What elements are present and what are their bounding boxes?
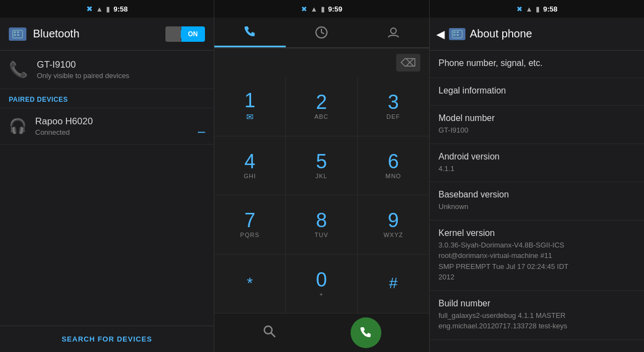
bluetooth-panel: ✖ ▲ ▮ 9:58 Bluetooth ON 📞 GT-I9100 [0, 0, 214, 352]
about-row-build: Build number full_galaxys2-userdebug 4.1… [430, 291, 644, 340]
dial-key-0[interactable]: 0 + [286, 255, 357, 314]
dial-number-8: 8 [316, 211, 327, 230]
dial-key-3[interactable]: 3 DEF [358, 77, 429, 136]
device-info: 📞 GT-I9100 Only visible to paired device… [0, 51, 214, 89]
model-value: GT-I9100 [438, 125, 635, 136]
tab-recent[interactable] [286, 18, 357, 47]
search-contacts-icon[interactable] [262, 324, 276, 342]
paired-device-settings-icon[interactable]: ⎯ [198, 119, 205, 134]
dial-letters-4: GHI [243, 173, 256, 179]
about-row-kernel: Kernel version 3.0.36-Siyah-Dorimanx-V4.… [430, 221, 644, 291]
dial-key-hash[interactable]: # [358, 255, 429, 314]
dialer-display: ⌫ [214, 48, 429, 77]
dial-letters-6: MNO [385, 173, 401, 179]
about-panel: ✖ ▲ ▮ 9:58 ◀ About phone Phone number, s… [430, 0, 644, 352]
about-row-model: Model number GT-I9100 [430, 106, 644, 144]
dialpad: 1 ✉ 2 ABC 3 DEF 4 GHI 5 JKL 6 MNO 7 PQRS… [214, 77, 429, 314]
paired-device-item[interactable]: 🎧 Rapoo H6020 Connected ⎯ [0, 108, 214, 145]
dialer-signal-icon: ▲ [310, 5, 318, 13]
status-time-about: 9:58 [543, 5, 557, 13]
dial-key-6[interactable]: 6 MNO [358, 136, 429, 196]
svg-rect-11 [453, 34, 456, 36]
svg-rect-10 [453, 31, 456, 33]
search-devices-button[interactable]: SEARCH FOR DEVICES [0, 326, 214, 352]
bluetooth-status-icon: ✖ [86, 4, 93, 13]
tab-dialer[interactable] [214, 18, 286, 47]
model-title: Model number [438, 113, 635, 123]
about-battery-icon: ▮ [536, 5, 540, 13]
dial-number-star: * [247, 276, 253, 291]
about-row-baseband: Baseband version Unknown [430, 182, 644, 221]
build-value: full_galaxys2-userdebug 4.1.1 MASTER eng… [438, 310, 635, 332]
dial-letters-7: PQRS [240, 232, 259, 238]
bluetooth-header: Bluetooth ON [0, 18, 214, 51]
baseband-title: Baseband version [438, 190, 635, 200]
build-title: Build number [438, 299, 635, 309]
phone-signal-title: Phone number, signal, etc. [438, 58, 635, 68]
paired-device-details: Rapoo H6020 Connected [35, 116, 189, 136]
dial-number-hash: # [389, 276, 398, 291]
toggle-off-area [165, 26, 181, 42]
about-content: Phone number, signal, etc. Legal informa… [430, 51, 644, 352]
back-button[interactable]: ◀ [436, 28, 445, 41]
dial-key-8[interactable]: 8 TUV [286, 195, 357, 255]
dial-number-5: 5 [316, 152, 327, 172]
battery-icon: ▮ [106, 5, 110, 13]
dial-key-1[interactable]: 1 ✉ [214, 77, 286, 136]
headphone-icon: 🎧 [9, 118, 26, 135]
dial-key-4[interactable]: 4 GHI [214, 136, 286, 196]
about-header: ◀ About phone [430, 18, 644, 51]
dial-key-5[interactable]: 5 JKL [286, 136, 357, 196]
dialer-battery-icon: ▮ [321, 5, 325, 13]
svg-line-8 [271, 333, 275, 337]
dial-letters-0: + [319, 291, 323, 298]
about-header-icon [449, 28, 465, 40]
status-bar-dialer: ✖ ▲ ▮ 9:59 [214, 0, 429, 18]
paired-device-status: Connected [35, 128, 189, 136]
dial-letters-2: ABC [314, 113, 329, 120]
toggle-on-label: ON [181, 30, 205, 38]
dial-letters-3: DEF [386, 113, 400, 120]
svg-rect-3 [17, 31, 19, 33]
dial-key-2[interactable]: 2 ABC [286, 77, 357, 136]
bluetooth-toggle[interactable]: ON [165, 26, 205, 42]
baseband-value: Unknown [438, 201, 635, 212]
dial-letters-1: ✉ [246, 112, 254, 122]
svg-rect-12 [457, 31, 459, 33]
dial-key-star[interactable]: * [214, 255, 286, 314]
dial-letters-9: WXYZ [384, 232, 403, 238]
tab-contacts[interactable] [358, 18, 429, 47]
dialer-panel: ✖ ▲ ▮ 9:59 ⌫ 1 ✉ [214, 0, 430, 352]
legal-title: Legal information [438, 86, 635, 96]
android-value: 4.1.1 [438, 163, 635, 174]
call-button[interactable] [351, 317, 381, 348]
paired-devices-label: PAIRED DEVICES [0, 89, 214, 108]
about-row-phone-signal[interactable]: Phone number, signal, etc. [430, 51, 644, 78]
bluetooth-header-icon [9, 28, 26, 41]
about-row-android: Android version 4.1.1 [430, 144, 644, 183]
dial-number-1: 1 [245, 91, 256, 111]
bluetooth-title: Bluetooth [33, 28, 159, 40]
toggle-switch[interactable]: ON [165, 26, 205, 42]
status-time-dialer: 9:59 [328, 5, 342, 13]
dial-number-4: 4 [245, 152, 256, 172]
status-time-bluetooth: 9:58 [113, 5, 127, 13]
svg-point-6 [391, 28, 396, 34]
dial-number-7: 7 [245, 211, 256, 230]
svg-rect-4 [17, 34, 19, 36]
phone-device-icon: 📞 [9, 61, 28, 79]
dial-letters-8: TUV [314, 232, 328, 238]
dial-number-0: 0 [316, 270, 327, 290]
svg-rect-13 [457, 34, 459, 36]
delete-button[interactable]: ⌫ [396, 54, 420, 72]
dialer-bottom-bar [214, 314, 429, 352]
svg-rect-1 [14, 31, 16, 33]
about-row-legal[interactable]: Legal information [430, 78, 644, 106]
dial-letters-5: JKL [315, 173, 327, 179]
dial-key-9[interactable]: 9 WXYZ [358, 195, 429, 255]
dial-key-7[interactable]: 7 PQRS [214, 195, 286, 255]
paired-device-name: Rapoo H6020 [35, 116, 189, 127]
dialer-tabs [214, 18, 429, 48]
device-name: GT-I9100 [37, 59, 129, 70]
about-title: About phone [470, 28, 532, 40]
